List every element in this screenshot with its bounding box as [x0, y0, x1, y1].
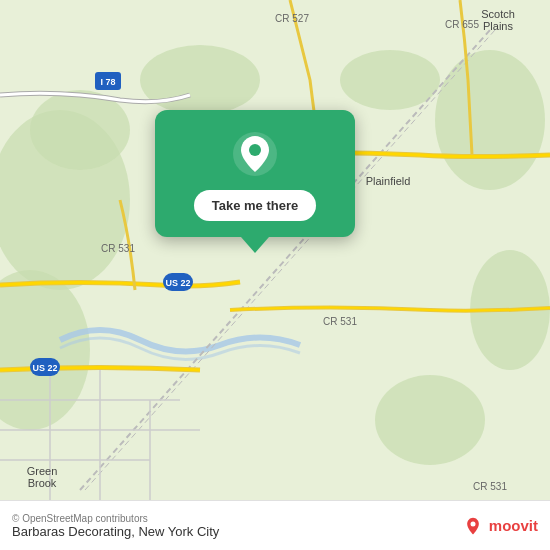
svg-text:CR 531: CR 531 — [473, 481, 507, 492]
svg-point-6 — [140, 45, 260, 115]
svg-text:US 22: US 22 — [165, 278, 190, 288]
take-me-there-button[interactable]: Take me there — [194, 190, 316, 221]
svg-text:Brook: Brook — [28, 477, 57, 489]
svg-text:Green: Green — [27, 465, 58, 477]
svg-text:CR 655: CR 655 — [445, 19, 479, 30]
svg-point-36 — [249, 144, 261, 156]
moovit-logo: moovit — [463, 516, 538, 536]
map-container: I 78 US 22 US 22 US 22 CR 527 CR 655 CR … — [0, 0, 550, 500]
svg-text:Plainfield: Plainfield — [366, 175, 411, 187]
svg-point-8 — [375, 375, 485, 465]
popup-card: Take me there — [155, 110, 355, 237]
location-label: Barbaras Decorating, New York City — [12, 524, 463, 539]
svg-text:CR 531: CR 531 — [101, 243, 135, 254]
location-pin-icon — [231, 130, 279, 178]
svg-point-37 — [470, 521, 475, 526]
svg-text:Scotch: Scotch — [481, 8, 515, 20]
svg-text:US 22: US 22 — [32, 363, 57, 373]
app-name-label: moovit — [489, 517, 538, 534]
moovit-pin-icon — [463, 516, 483, 536]
svg-text:CR 531: CR 531 — [323, 316, 357, 327]
svg-text:CR 527: CR 527 — [275, 13, 309, 24]
svg-point-5 — [30, 90, 130, 170]
bottom-bar: © OpenStreetMap contributors Barbaras De… — [0, 500, 550, 550]
svg-text:Plains: Plains — [483, 20, 513, 32]
svg-point-3 — [435, 50, 545, 190]
svg-point-7 — [340, 50, 440, 110]
copyright-text: © OpenStreetMap contributors — [12, 513, 463, 524]
svg-text:I 78: I 78 — [100, 77, 115, 87]
